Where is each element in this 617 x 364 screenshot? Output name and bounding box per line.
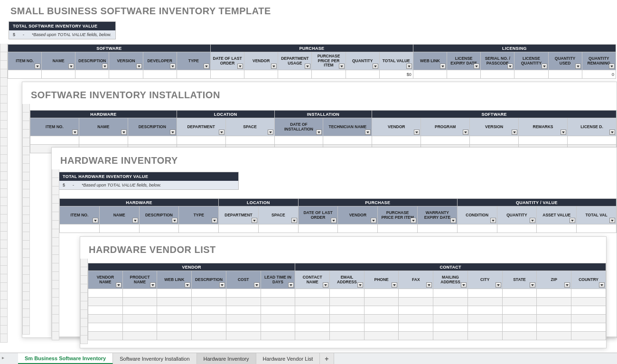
filter-dropdown-icon[interactable] <box>93 218 98 223</box>
table-cell[interactable] <box>467 306 502 315</box>
column-header[interactable]: EMAIL ADDRESS <box>330 271 365 289</box>
row-handle[interactable] <box>52 306 59 315</box>
table-cell[interactable] <box>261 298 295 306</box>
table-cell[interactable] <box>226 323 261 332</box>
table-cell[interactable] <box>548 70 582 79</box>
row-handle[interactable] <box>52 332 59 340</box>
table-cell[interactable] <box>502 323 537 332</box>
table-cell[interactable] <box>278 70 312 79</box>
table-cell[interactable] <box>157 323 192 332</box>
table-cell[interactable] <box>433 298 468 306</box>
row-handle[interactable] <box>80 318 88 327</box>
row-handle[interactable] <box>22 155 30 164</box>
table-cell[interactable] <box>433 332 468 340</box>
column-header[interactable]: WEB LINK <box>157 271 192 289</box>
filter-dropdown-icon[interactable] <box>561 130 566 135</box>
column-header[interactable]: ITEM NO. <box>60 206 100 224</box>
row-handle[interactable] <box>22 326 30 335</box>
filter-dropdown-icon[interactable] <box>392 282 397 288</box>
table-cell[interactable] <box>60 224 100 233</box>
column-header[interactable]: PROGRAM <box>421 118 470 136</box>
row-handle[interactable] <box>0 308 8 317</box>
filter-dropdown-icon[interactable] <box>204 64 209 69</box>
row-handle[interactable] <box>0 283 8 291</box>
table-cell[interactable] <box>179 224 219 233</box>
table-cell[interactable] <box>261 315 295 323</box>
table-cell[interactable] <box>295 306 330 315</box>
filter-dropdown-icon[interactable] <box>271 64 277 69</box>
row-handle[interactable] <box>0 189 8 197</box>
table-cell[interactable] <box>330 323 365 332</box>
table-cell[interactable] <box>571 323 606 332</box>
row-handle[interactable] <box>22 206 30 215</box>
row-handle[interactable] <box>22 130 30 138</box>
row-handle[interactable] <box>80 259 88 267</box>
table-cell[interactable] <box>502 315 537 323</box>
column-header[interactable]: REMARKS <box>519 118 568 136</box>
table-row[interactable] <box>88 298 606 306</box>
table-cell[interactable] <box>261 306 295 315</box>
table-cell[interactable] <box>177 70 210 79</box>
row-handle[interactable] <box>80 327 88 336</box>
row-handle[interactable] <box>52 212 59 221</box>
table-cell[interactable] <box>330 298 365 306</box>
column-header[interactable]: CONDITION <box>457 206 497 224</box>
table-cell[interactable] <box>30 136 79 145</box>
table-cell[interactable] <box>470 136 519 145</box>
table-cell[interactable] <box>372 136 421 145</box>
table-cell[interactable] <box>364 298 399 306</box>
filter-dropdown-icon[interactable] <box>512 130 517 135</box>
row-handle[interactable] <box>52 315 59 323</box>
table-cell[interactable] <box>421 136 470 145</box>
table-cell[interactable] <box>364 306 399 315</box>
software-inventory-table[interactable]: SOFTWAREPURCHASELICENSING ITEM NO.NAMEDE… <box>8 44 616 79</box>
row-handle[interactable] <box>0 86 8 95</box>
table-cell[interactable] <box>192 323 226 332</box>
row-handle[interactable] <box>0 112 8 121</box>
table-cell[interactable] <box>571 332 606 340</box>
row-handle[interactable] <box>22 241 30 249</box>
row-handle[interactable] <box>52 221 59 229</box>
filter-dropdown-icon[interactable] <box>339 64 345 69</box>
filter-dropdown-icon[interactable] <box>172 218 178 223</box>
filter-dropdown-icon[interactable] <box>102 64 108 69</box>
table-cell[interactable] <box>519 136 568 145</box>
table-cell[interactable] <box>295 323 330 332</box>
filter-dropdown-icon[interactable] <box>170 130 176 135</box>
filter-dropdown-icon[interactable] <box>357 282 363 288</box>
table-cell[interactable] <box>467 298 502 306</box>
table-row[interactable] <box>88 315 606 323</box>
filter-dropdown-icon[interactable] <box>219 282 225 288</box>
column-header[interactable]: VENDOR NAME <box>88 271 123 289</box>
row-handle[interactable] <box>22 147 30 155</box>
filter-dropdown-icon[interactable] <box>219 130 224 135</box>
add-sheet-button[interactable]: + <box>320 353 334 364</box>
row-handle[interactable] <box>52 280 59 289</box>
column-header[interactable]: LEAD TIME IN DAYS <box>261 271 295 289</box>
row-handle[interactable] <box>22 181 30 189</box>
column-header[interactable]: TYPE <box>177 52 210 70</box>
row-handle[interactable] <box>52 289 59 298</box>
row-handle[interactable] <box>0 95 8 103</box>
column-header[interactable]: DESCRIPTION <box>75 52 109 70</box>
filter-dropdown-icon[interactable] <box>507 64 513 69</box>
column-header[interactable]: TECHNICIAN NAME <box>323 118 372 136</box>
table-cell[interactable] <box>157 315 192 323</box>
column-header[interactable]: WARRANTY EXPIRY DATE <box>418 206 458 224</box>
column-header[interactable]: NAME <box>79 118 128 136</box>
column-header[interactable]: FAX <box>399 271 433 289</box>
column-header[interactable]: QUANTITY <box>346 52 379 70</box>
filter-dropdown-icon[interactable] <box>463 130 468 135</box>
table-cell[interactable] <box>399 306 433 315</box>
row-handle[interactable] <box>22 138 30 147</box>
column-header[interactable]: COUNTRY <box>571 271 606 289</box>
filter-dropdown-icon[interactable] <box>72 130 78 135</box>
row-handle[interactable] <box>0 172 8 180</box>
row-handle[interactable] <box>0 44 8 52</box>
table-cell[interactable] <box>497 224 537 233</box>
filter-dropdown-icon[interactable] <box>237 64 243 69</box>
table-cell[interactable] <box>226 332 261 340</box>
row-handle[interactable] <box>80 284 88 293</box>
filter-dropdown-icon[interactable] <box>170 64 176 69</box>
column-header[interactable]: SPACE <box>225 118 274 136</box>
